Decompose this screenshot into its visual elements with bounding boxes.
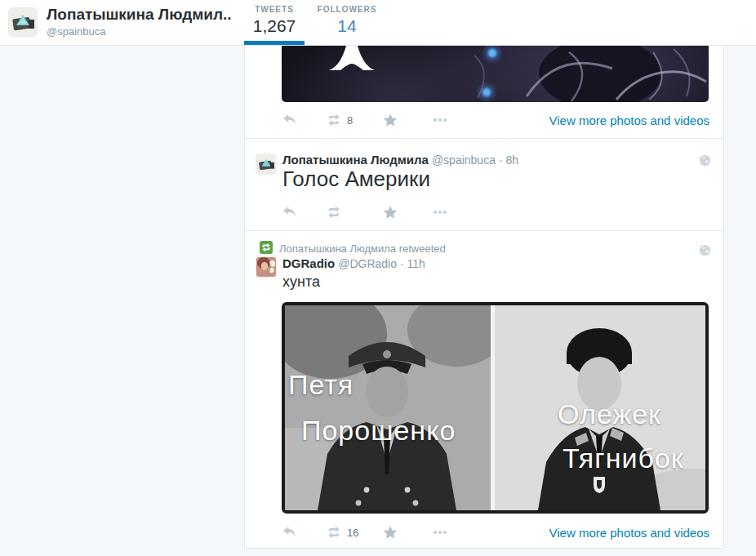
retweet-icon[interactable] <box>326 525 344 540</box>
profile-avatar[interactable] <box>9 8 37 36</box>
tweet-photo-meme[interactable]: Петя Порошенко Олежек Тягнибок <box>282 302 709 514</box>
tweet-card-photo: 8 View more photos and videos <box>244 46 724 139</box>
tweets-label: TWEETS <box>244 5 305 14</box>
retweet-icon[interactable] <box>326 113 344 127</box>
meme-caption-left-1: Петя <box>288 371 354 398</box>
retweet-icon[interactable] <box>326 205 344 220</box>
reply-icon[interactable] <box>282 525 300 540</box>
more-ellipsis-icon[interactable] <box>431 525 449 540</box>
active-tab-underline <box>244 41 305 45</box>
tweet-timeline: 8 View more photos and videos Лопатышкин… <box>244 46 724 549</box>
followers-label: FOLLOWERS <box>314 5 380 14</box>
tweet-avatar[interactable] <box>256 257 276 277</box>
tweets-count: 1,267 <box>244 16 305 36</box>
more-ellipsis-icon[interactable] <box>431 113 449 127</box>
more-ellipsis-icon[interactable] <box>431 205 449 220</box>
retweet-count: 16 <box>347 527 358 539</box>
retweet-count: 8 <box>347 114 353 127</box>
tweet-actions: 8 <box>282 113 527 129</box>
profile-header: Лопатышкина Людмил.. @spainbuca TWEETS 1… <box>0 0 756 46</box>
tweet-avatar-image <box>256 154 276 174</box>
followers-count: 14 <box>314 16 380 36</box>
retweeted-badge-icon <box>260 241 273 254</box>
profile-name[interactable]: Лопатышкина Людмил.. <box>47 6 232 24</box>
globe-icon <box>699 154 711 167</box>
tweet-timestamp[interactable]: · 8h <box>499 153 518 167</box>
tweet-timestamp[interactable]: · 11h <box>400 257 425 270</box>
fantasy-art-decoration <box>282 46 709 102</box>
profile-avatar-image <box>9 8 37 36</box>
tweet-text: хунта <box>282 274 320 291</box>
author-name[interactable]: Лопатышкина Людмила <box>282 153 429 167</box>
view-more-link[interactable]: View more photos and videos <box>549 113 709 127</box>
favorite-star-icon[interactable] <box>383 113 401 127</box>
tweet-text: Голос Америки <box>282 167 430 192</box>
tab-followers[interactable]: FOLLOWERS 14 <box>314 5 380 36</box>
meme-caption-left-2: Порошенко <box>301 416 456 444</box>
tweet-avatar-image <box>256 257 276 277</box>
retweet-card: Лопатышкина Людмила retweeted DGRadio@DG… <box>244 231 724 549</box>
tweet-actions: 16 <box>282 525 527 541</box>
favorite-star-icon[interactable] <box>383 525 401 540</box>
meme-caption-right-2: Тягнибок <box>563 444 684 472</box>
reply-icon[interactable] <box>282 205 300 220</box>
reply-icon[interactable] <box>282 113 300 127</box>
author-handle[interactable]: @spainbuca <box>432 153 496 167</box>
view-more-link[interactable]: View more photos and videos <box>549 526 709 540</box>
tweet-avatar[interactable] <box>256 154 276 174</box>
tweet-photo-fantasy-art[interactable] <box>282 46 709 102</box>
profile-handle: @spainbuca <box>47 25 105 38</box>
favorite-star-icon[interactable] <box>383 205 401 220</box>
globe-icon <box>699 244 711 256</box>
tweet-actions <box>282 205 527 221</box>
tab-tweets[interactable]: TWEETS 1,267 <box>244 5 305 36</box>
tweet-card: Лопатышкина Людмила@spainbuca· 8h Голос … <box>244 139 724 231</box>
tweet-header-row: Лопатышкина Людмила@spainbuca· 8h <box>282 153 518 167</box>
meme-caption-right-1: Олежек <box>558 400 661 428</box>
tweet-header-row: DGRadio@DGRadio· 11h <box>282 256 425 270</box>
author-handle[interactable]: @DGRadio <box>338 257 397 270</box>
white-emblem-icon <box>329 46 375 70</box>
retweet-context[interactable]: Лопатышкина Людмила retweeted <box>279 242 446 255</box>
author-name[interactable]: DGRadio <box>282 256 335 270</box>
